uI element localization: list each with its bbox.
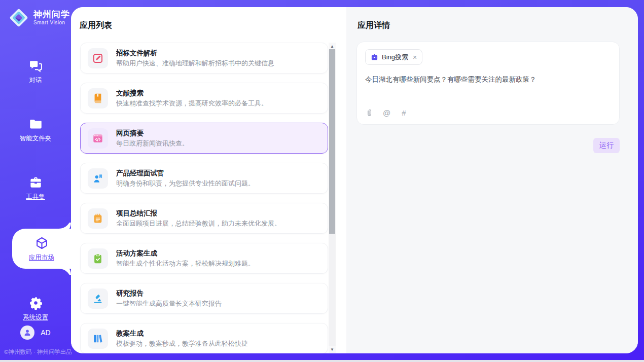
- app-description: 明确身份和职责，为您提供专业性的面试问题。: [116, 178, 255, 189]
- hash-icon[interactable]: #: [400, 108, 408, 117]
- brand-subtitle: Smart Vision: [33, 20, 70, 25]
- app-title: 活动方案生成: [116, 248, 255, 259]
- app-detail-panel: 应用详情 Bing搜索 × 今日湖北有哪些新闻要点？有哪些需要关注的最新政策？ …: [346, 7, 638, 353]
- app-title: 招标文件解析: [116, 48, 274, 58]
- main-content: 应用列表 招标文件解析 帮助用户快速、准确地理解和解析招标书中的关键信息 文献搜…: [71, 7, 638, 353]
- app-list: 招标文件解析 帮助用户快速、准确地理解和解析招标书中的关键信息 文献搜索 快速精…: [71, 43, 346, 353]
- sidebar-footer: ©神州数码 · 神州问学出品: [4, 348, 72, 356]
- sidebar-item-label: 对话: [29, 76, 42, 85]
- cube-icon: [35, 236, 49, 250]
- bottom-edge: [0, 360, 644, 362]
- app-title: 网页摘要: [116, 128, 189, 138]
- mention-icon[interactable]: @: [382, 108, 391, 117]
- query-input[interactable]: 今日湖北有哪些新闻要点？有哪些需要关注的最新政策？: [365, 75, 611, 108]
- scrollbar-thumb[interactable]: [329, 49, 335, 234]
- app-list-panel: 应用列表 招标文件解析 帮助用户快速、准确地理解和解析招标书中的关键信息 文献搜…: [71, 7, 346, 353]
- toolbox-icon: [29, 175, 43, 189]
- user-row[interactable]: AD: [0, 325, 71, 340]
- sidebar-item-smart-folder[interactable]: 智能文件夹: [0, 112, 71, 148]
- sidebar-item-chat[interactable]: 对话: [0, 54, 71, 90]
- app-description: 智能生成个性化活动方案，轻松解决规划难题。: [116, 259, 255, 269]
- list-item[interactable]: 招标文件解析 帮助用户快速、准确地理解和解析招标书中的关键信息: [80, 43, 328, 74]
- list-item[interactable]: 产品经理面试官 明确身份和职责，为您提供专业性的面试问题。: [80, 163, 328, 194]
- web-page-icon: [92, 133, 103, 144]
- diamond-logo-icon: [8, 7, 29, 28]
- app-title: 教案生成: [116, 329, 248, 339]
- app-description: 一键智能生成高质量长文本研究报告: [116, 299, 222, 309]
- report-note-icon: [92, 213, 103, 224]
- sidebar-item-app-market[interactable]: 应用市场: [12, 229, 71, 269]
- app-title: 项目总结汇报: [116, 208, 281, 219]
- chat-icon: [29, 59, 43, 73]
- user-initials: AD: [41, 329, 50, 337]
- list-item[interactable]: 项目总结汇报 全面回顾项目进展，总结经验教训，助力未来优化发展。: [80, 203, 328, 234]
- folder-icon: [29, 117, 43, 131]
- edit-document-icon: [92, 53, 103, 64]
- card-toolbar: @#: [365, 108, 611, 117]
- sidebar-item-toolset[interactable]: 工具集: [0, 170, 71, 206]
- paperclip-icon[interactable]: [365, 108, 374, 117]
- app-description: 帮助用户快速、准确地理解和解析招标书中的关键信息: [116, 58, 274, 68]
- scroll-up-arrow-icon[interactable]: ▲: [329, 43, 336, 50]
- sidebar-item-label: 应用市场: [29, 254, 54, 262]
- clipboard-check-icon: [92, 253, 103, 264]
- close-icon[interactable]: ×: [413, 54, 417, 61]
- app-title: 产品经理面试官: [116, 168, 255, 178]
- run-button[interactable]: 运行: [593, 138, 620, 153]
- brand-name: 神州问学: [33, 10, 70, 20]
- list-item[interactable]: 教案生成 模板驱动，教案秒成，教学准备从此轻松快捷: [80, 323, 328, 353]
- sidebar-item-system-settings[interactable]: 系统设置: [0, 291, 71, 327]
- sidebar: 神州问学 Smart Vision 对话 智能文件夹 工具集 应用市场 系统设置…: [0, 0, 71, 360]
- tool-tag-bing-search[interactable]: Bing搜索 ×: [365, 49, 422, 65]
- list-item[interactable]: 活动方案生成 智能生成个性化活动方案，轻松解决规划难题。: [80, 243, 328, 274]
- tool-tag-label: Bing搜索: [382, 53, 408, 62]
- list-item[interactable]: 文献搜索 快速精准查找学术资源，提高研究效率的必备工具。: [80, 83, 328, 114]
- sidebar-nav: 对话 智能文件夹 工具集 应用市场 系统设置: [0, 54, 71, 349]
- avatar[interactable]: [20, 325, 34, 340]
- sidebar-item-label: 工具集: [26, 193, 45, 201]
- app-description: 模板驱动，教案秒成，教学准备从此轻松快捷: [116, 339, 248, 349]
- interviewer-icon: [92, 173, 103, 184]
- scrollbar[interactable]: ▲ ▼: [329, 43, 336, 353]
- gear-icon: [29, 296, 43, 310]
- app-description: 全面回顾项目进展，总结经验教训，助力未来优化发展。: [116, 219, 281, 229]
- query-card: Bing搜索 × 今日湖北有哪些新闻要点？有哪些需要关注的最新政策？ @#: [356, 42, 620, 125]
- app-title: 研究报告: [116, 288, 222, 299]
- microscope-icon: [92, 293, 103, 304]
- app-description: 每日政府新闻资讯快查。: [116, 138, 189, 149]
- sidebar-item-label: 系统设置: [23, 313, 48, 322]
- list-item[interactable]: 研究报告 一键智能生成高质量长文本研究报告: [80, 283, 328, 314]
- sidebar-item-label: 智能文件夹: [20, 134, 52, 143]
- list-item[interactable]: 网页摘要 每日政府新闻资讯快查。: [80, 123, 328, 154]
- app-list-title: 应用列表: [80, 20, 112, 31]
- briefcase-icon: [371, 53, 378, 61]
- app-description: 快速精准查找学术资源，提高研究效率的必备工具。: [116, 98, 268, 108]
- brand-logo: 神州问学 Smart Vision: [8, 7, 71, 28]
- app-title: 文献搜索: [116, 88, 268, 98]
- book-icon: [92, 93, 103, 104]
- app-detail-title: 应用详情: [357, 20, 390, 31]
- user-icon: [23, 329, 31, 337]
- scroll-down-arrow-icon[interactable]: ▼: [329, 346, 336, 353]
- books-icon: [92, 333, 103, 344]
- run-row: 运行: [356, 138, 620, 153]
